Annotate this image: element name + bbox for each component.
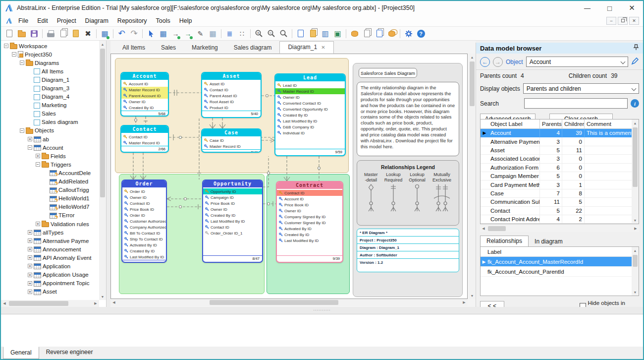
tab-sales-diagram[interactable]: Sales diagram [226, 42, 280, 54]
entity-field[interactable]: Order_Order ID_1 [203, 230, 262, 236]
entity-field[interactable]: Created By ID [275, 112, 345, 118]
table-row[interactable]: Associated Location30 [481, 155, 632, 163]
table-row[interactable]: Authorization Form C60 [481, 164, 632, 172]
entity-order[interactable]: OrderOrder IDOwner IDContract IDPrice Bo… [121, 180, 167, 263]
expand-icon[interactable]: + [28, 273, 32, 277]
entity-field[interactable]: Ship To Contact ID [122, 236, 166, 242]
toolbar-card-view-button[interactable]: ▣ [331, 28, 344, 40]
entity-field[interactable]: Owner ID [121, 99, 168, 105]
toolbar-export-object-button[interactable] [373, 28, 385, 40]
toolbar-zoom-search-button[interactable] [277, 28, 290, 40]
close-tab-icon[interactable]: ✕ [321, 45, 325, 50]
column-header[interactable]: Comment [585, 120, 632, 128]
note-body[interactable]: The entity relationship diagram in the S… [357, 82, 459, 156]
column-header[interactable]: Children [562, 120, 585, 128]
entity-contract[interactable]: ContractContract IDAccount IDPrice Book … [276, 181, 343, 263]
scroll-up-icon[interactable]: ▲ [632, 247, 639, 254]
toolbar-open-file-button[interactable] [15, 28, 28, 40]
tab-general[interactable]: General [3, 347, 39, 359]
toolbar-pen-tool-button[interactable]: ✎ [194, 28, 207, 40]
toolbar-settings-button[interactable] [402, 28, 415, 40]
menu-help[interactable]: Help [175, 16, 197, 26]
left-splitter[interactable] [107, 41, 110, 307]
tree-item-application-usage[interactable]: +Application Usage [1, 271, 99, 279]
toolbar-new-file-button[interactable] [3, 28, 15, 40]
entity-field[interactable]: Case ID [202, 137, 261, 143]
entity-field[interactable]: Company Signed By ID [277, 214, 342, 220]
entity-field[interactable]: Master Record ID [121, 140, 168, 146]
entity-field[interactable]: Contact ID [121, 134, 168, 140]
entity-field[interactable]: Asset ID [202, 81, 261, 87]
entity-field[interactable]: Last Modified By ID [122, 254, 166, 260]
table-row[interactable]: Contact522 [481, 207, 632, 215]
pin-icon[interactable] [633, 44, 639, 53]
mdi-restore-button[interactable] [618, 17, 628, 25]
collapse-icon[interactable]: − [20, 60, 24, 65]
scroll-down-icon[interactable]: ▼ [632, 289, 639, 296]
entity-field[interactable]: Master Record ID [275, 88, 345, 94]
tree-item-asset[interactable]: +Asset [1, 288, 99, 296]
expand-icon[interactable]: + [28, 290, 32, 294]
close-button[interactable]: ✕ [621, 1, 643, 15]
entity-field[interactable]: Product ID [202, 105, 261, 111]
tree-item-workspace[interactable]: −Workspace [1, 42, 99, 50]
edit-pencil-icon[interactable] [631, 57, 639, 67]
toolbar-pointer-button[interactable] [145, 28, 157, 40]
tree-item-addrelated[interactable]: AddRelated [1, 178, 99, 186]
tree-item-project350[interactable]: −Project350 [1, 50, 99, 59]
entity-field[interactable]: Converted Contact ID [275, 100, 345, 106]
entity-field[interactable]: Created By ID [277, 232, 342, 238]
collapse-icon[interactable]: − [20, 128, 24, 133]
menu-diagram[interactable]: Diagram [81, 16, 113, 26]
entity-field[interactable]: Owner ID [275, 94, 345, 100]
entity-field[interactable]: Individual ID [275, 130, 345, 136]
menu-repository[interactable]: Repository [113, 16, 152, 26]
toolbar-align-tool-button[interactable]: ≣ [223, 28, 236, 40]
note-title[interactable]: Salesforce Sales Diagram [359, 68, 417, 78]
toolbar-zoom-out-button[interactable]: − [265, 28, 277, 40]
tree-item-ab[interactable]: +ab [1, 135, 99, 143]
toolbar-columns-view-button[interactable]: ▥ [319, 28, 331, 40]
tree-item-announcement[interactable]: +Announcement [1, 245, 99, 253]
entity-field[interactable]: Campaign ID [203, 194, 262, 200]
table-horizontal-scrollbar[interactable]: ◀ ▶ [480, 225, 639, 232]
tree-item-sales[interactable]: Sales [1, 110, 99, 118]
collapse-icon[interactable]: − [4, 44, 8, 48]
tree-item-all-items[interactable]: All Items [1, 67, 99, 75]
entity-field[interactable]: Master Record ID [121, 87, 168, 93]
canvas-horizontal-scrollbar[interactable]: ◀ ▶ [110, 299, 468, 306]
entity-account[interactable]: AccountAccount IDMaster Record IDParent … [120, 72, 169, 117]
collapse-icon[interactable]: − [12, 52, 16, 57]
tab-relationships[interactable]: Relationships [480, 236, 529, 247]
toolbar-redo-button[interactable]: ↷ [128, 28, 140, 40]
expand-icon[interactable]: + [28, 239, 32, 243]
expand-icon[interactable]: + [36, 222, 40, 226]
entity-contact[interactable]: ContactContact IDMaster Record ID2/66 [120, 125, 169, 153]
diagram-canvas[interactable]: AccountAccount IDMaster Record IDParent … [110, 54, 468, 299]
table-row[interactable]: Asset511 [481, 146, 632, 155]
entity-field[interactable]: Lead ID [275, 82, 345, 88]
tree-item-accountdele[interactable]: AccountDele [1, 169, 99, 177]
toolbar-compare-db-button[interactable] [385, 28, 398, 40]
entity-lead[interactable]: LeadLead IDMaster Record IDOwner IDConve… [274, 73, 346, 156]
tree-vertical-scrollbar[interactable]: ▲ ▼ [99, 41, 106, 300]
table-row[interactable]: Alternative Payment30 [481, 137, 632, 146]
tree-horizontal-scrollbar[interactable]: ◀ ▶ [1, 300, 99, 307]
tree-item-appointment-topic[interactable]: +Appointment Topic [1, 279, 99, 288]
tab-in-diagram[interactable]: In diagram [529, 237, 569, 247]
menu-tools[interactable]: Tools [152, 16, 175, 26]
table-row[interactable]: Card Payment Metho31 [481, 180, 632, 189]
er-diagram-info-box[interactable]: * ER Diagram *Project : Project350Diagra… [357, 229, 459, 272]
tree-item-account[interactable]: −Account [1, 143, 99, 152]
table-vertical-scrollbar[interactable]: ▲ ▼ [632, 120, 639, 224]
entity-field[interactable]: Contact ID [202, 87, 261, 93]
entity-field[interactable]: Account ID [121, 81, 168, 87]
scroll-down-icon[interactable]: ▼ [99, 293, 106, 300]
entity-field[interactable]: D&B Company ID [275, 124, 345, 130]
tree-item-terror[interactable]: TError [1, 211, 99, 220]
entity-field[interactable]: Last Modified By ID [203, 218, 262, 224]
toolbar-lookup-tool-button[interactable]: → [182, 28, 194, 40]
relationship-row[interactable]: ▶fk_Account_Account_MasterRecordId [481, 257, 632, 267]
relationship-row[interactable]: fk_Account_Account_ParentId [481, 267, 632, 277]
entity-field[interactable]: Converted Opportunity ID [275, 106, 345, 112]
